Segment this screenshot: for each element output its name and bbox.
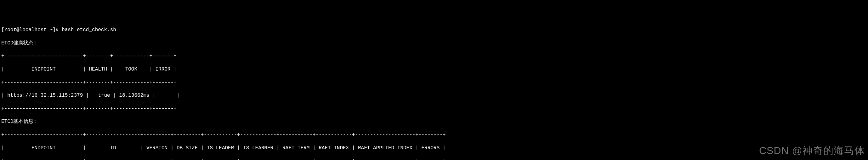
health-table-border-bot: +--------------------------+--------+---… <box>1 105 867 112</box>
health-table-row: | https://16.32.15.115:2379 | true | 18.… <box>1 92 867 99</box>
info-heading: ETCD基本信息: <box>1 119 867 125</box>
info-table-header: | ENDPOINT | ID | VERSION | DB SIZE | IS… <box>1 145 867 152</box>
health-heading: ETCD健康状态: <box>1 40 867 46</box>
health-table-border-top: +--------------------------+--------+---… <box>1 53 867 60</box>
info-table-border-top: +--------------------------+------------… <box>1 132 867 138</box>
watermark-text: CSDN @神奇的海马体 <box>759 144 865 158</box>
health-table-border-mid: +--------------------------+--------+---… <box>1 79 867 86</box>
info-table-border-mid: +--------------------------+------------… <box>1 158 867 160</box>
health-table-header: | ENDPOINT | HEALTH | TOOK | ERROR | <box>1 66 867 73</box>
shell-prompt-line-1: [root@localhost ~]# bash etcd_check.sh <box>1 27 867 33</box>
